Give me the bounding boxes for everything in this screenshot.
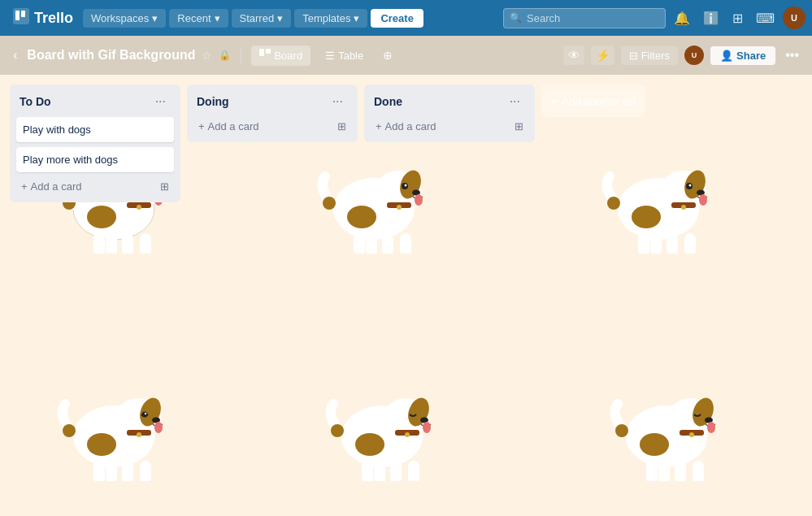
svg-rect-77: [374, 459, 385, 481]
plus-icon: +: [376, 120, 382, 132]
svg-rect-31: [382, 233, 393, 254]
info-button[interactable]: ℹ️: [698, 7, 724, 29]
svg-rect-28: [387, 202, 411, 208]
filters-button[interactable]: ⊟ Filters: [621, 46, 678, 65]
list-header-doing: Doing ···: [193, 91, 351, 112]
board-view-button[interactable]: Board: [251, 46, 310, 66]
board-member-avatar[interactable]: U: [684, 46, 704, 65]
add-card-button-todo[interactable]: + Add a card ⊞: [16, 177, 174, 196]
list-header-done: Done ···: [371, 91, 528, 112]
svg-rect-2: [21, 11, 25, 17]
list-doing: Doing ··· + Add a card ⊞: [187, 85, 358, 142]
card-play-with-dogs[interactable]: Play with dogs: [16, 117, 174, 142]
svg-point-54: [142, 412, 148, 418]
code-icon: ⌨: [756, 11, 775, 25]
filters-label: Filters: [641, 50, 670, 62]
star-board-button[interactable]: ☆: [202, 49, 212, 62]
watch-button[interactable]: 👁: [563, 46, 584, 65]
search-icon: 🔍: [510, 12, 522, 24]
svg-point-30: [323, 197, 336, 210]
svg-rect-58: [127, 430, 151, 436]
list-done: Done ··· + Add a card ⊞: [364, 85, 535, 142]
svg-point-59: [137, 432, 141, 437]
more-views-button[interactable]: ⊕: [378, 46, 397, 65]
card-template-icon: ⊞: [160, 180, 169, 193]
svg-rect-89: [646, 459, 658, 481]
avatar[interactable]: U: [783, 7, 805, 29]
svg-point-6: [87, 206, 116, 228]
svg-point-60: [63, 424, 76, 437]
list-title-todo: To Do: [20, 95, 51, 108]
svg-rect-61: [122, 461, 133, 481]
svg-rect-3: [259, 49, 264, 56]
svg-rect-43: [671, 202, 696, 208]
create-button[interactable]: Create: [371, 9, 423, 28]
table-icon: ☰: [325, 50, 335, 62]
filter-icon: ⊟: [629, 50, 638, 62]
svg-point-79: [640, 433, 669, 456]
add-card-button-done[interactable]: + Add a card ⊞: [371, 117, 528, 136]
share-button[interactable]: 👤 Share: [710, 46, 775, 65]
svg-point-44: [681, 205, 686, 210]
lock-icon: 🔒: [219, 50, 231, 61]
starred-label: Starred: [240, 12, 275, 24]
table-view-button[interactable]: ☰ Table: [317, 46, 371, 65]
svg-point-38: [681, 167, 710, 202]
table-view-label: Table: [338, 50, 363, 62]
svg-point-20: [333, 178, 415, 240]
recent-label: Recent: [177, 12, 211, 24]
card-text: Play with dogs: [23, 124, 91, 136]
automation-button[interactable]: ⚡: [591, 46, 614, 65]
svg-rect-63: [93, 459, 105, 481]
workspaces-button[interactable]: Workspaces ▾: [83, 9, 166, 28]
search-wrapper: 🔍: [503, 8, 666, 28]
svg-rect-71: [395, 430, 419, 436]
card-text: Play more with dogs: [23, 154, 118, 166]
add-card-button-doing[interactable]: + Add a card ⊞: [193, 117, 351, 136]
svg-point-55: [145, 413, 146, 414]
card-template-icon: ⊞: [337, 120, 346, 132]
collapse-sidebar-button[interactable]: ‹: [10, 45, 20, 66]
svg-rect-32: [400, 233, 411, 254]
list-menu-button-done[interactable]: ···: [505, 93, 525, 111]
templates-chevron-icon: ▾: [354, 12, 359, 24]
svg-point-45: [607, 197, 620, 210]
logo[interactable]: Trello: [7, 8, 80, 28]
svg-point-73: [331, 424, 344, 437]
svg-rect-18: [93, 232, 105, 254]
svg-rect-48: [638, 232, 649, 254]
svg-rect-46: [667, 233, 678, 254]
svg-point-24: [402, 183, 408, 189]
svg-rect-74: [390, 461, 402, 481]
list-menu-button-todo[interactable]: ···: [150, 93, 171, 111]
trello-icon: [13, 8, 29, 28]
dev-button[interactable]: ⌨: [751, 7, 779, 29]
svg-rect-33: [354, 232, 365, 254]
svg-rect-49: [650, 232, 662, 254]
list-menu-button-doing[interactable]: ···: [328, 93, 348, 111]
starred-button[interactable]: Starred ▾: [232, 9, 292, 28]
svg-point-67: [384, 398, 429, 437]
apps-button[interactable]: ⊞: [727, 7, 748, 29]
svg-point-82: [705, 418, 713, 423]
board-icon: [259, 49, 271, 63]
board-title: Board with Gif Background: [27, 48, 195, 63]
board-header: ‹ Board with Gif Background ☆ 🔒 Board ☰ …: [0, 36, 812, 75]
recent-button[interactable]: Recent ▾: [169, 9, 228, 28]
search-input[interactable]: [503, 8, 666, 28]
plus-icon: +: [21, 180, 28, 193]
svg-point-56: [152, 418, 160, 423]
logo-text: Trello: [34, 10, 73, 27]
notification-button[interactable]: 🔔: [669, 7, 695, 29]
svg-point-57: [154, 422, 163, 433]
svg-point-36: [632, 206, 661, 228]
svg-rect-87: [675, 461, 686, 481]
add-card-label: Add a card: [385, 120, 436, 132]
svg-point-29: [397, 205, 402, 210]
card-play-more-with-dogs[interactable]: Play more with dogs: [16, 147, 174, 172]
add-list-button[interactable]: + Add another list: [541, 85, 645, 117]
svg-point-66: [355, 433, 384, 456]
board-menu-button[interactable]: •••: [782, 45, 802, 66]
templates-button[interactable]: Templates ▾: [294, 9, 367, 28]
svg-rect-76: [362, 459, 373, 481]
